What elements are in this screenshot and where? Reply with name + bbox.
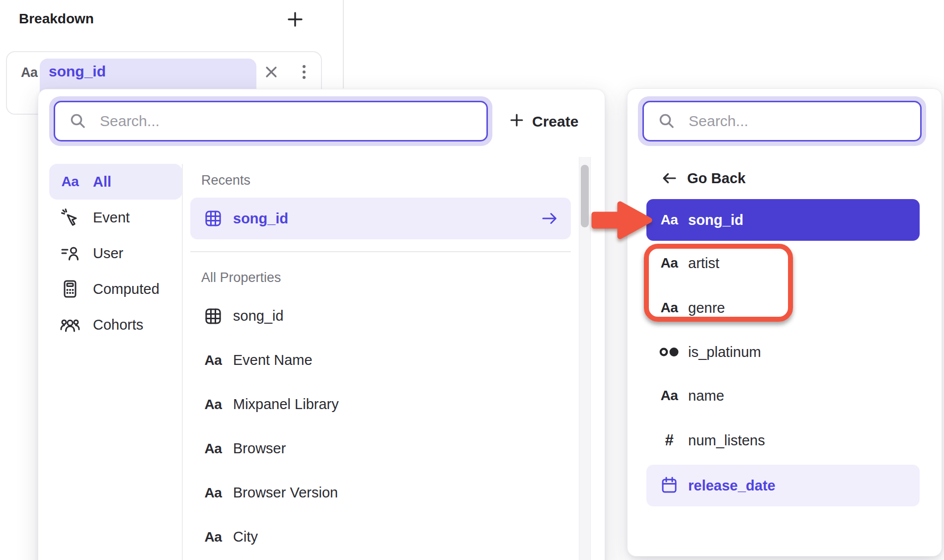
panel-divider	[343, 0, 344, 88]
arrow-left-icon	[658, 169, 680, 187]
search-icon	[656, 112, 678, 130]
right-search-input[interactable]	[688, 112, 908, 130]
aa-icon: Aa	[658, 300, 680, 316]
item-label: City	[233, 529, 258, 545]
value-item-artist[interactable]: Aaartist	[646, 249, 920, 277]
item-label: genre	[688, 300, 725, 316]
item-label: Cohorts	[93, 317, 144, 333]
plus-icon	[509, 113, 524, 131]
item-label: song_id	[688, 212, 743, 228]
go-back-button[interactable]: Go Back	[646, 164, 758, 192]
aa-icon: Aa	[202, 397, 224, 413]
property-detail-panel: Go Back Aasong_idAaartistAagenreis_plati…	[627, 88, 942, 557]
item-label: Computed	[93, 281, 159, 297]
tab-all[interactable]: AaAll	[49, 164, 182, 200]
create-property-button[interactable]: Create	[509, 110, 578, 133]
breakdown-options-button[interactable]	[294, 62, 314, 84]
item-label: All	[93, 174, 111, 190]
close-icon	[263, 64, 280, 82]
item-label: artist	[688, 255, 719, 272]
value-item-name[interactable]: Aaname	[646, 382, 920, 410]
property-picker-panel: Create AaAllEventUserComputedCohorts Rec…	[38, 89, 605, 560]
item-label: Browser	[233, 440, 286, 457]
value-item-num_listens[interactable]: #num_listens	[646, 426, 920, 454]
aa-icon: Aa	[202, 352, 224, 368]
item-label: release_date	[688, 478, 776, 494]
string-type-icon: Aa	[21, 65, 38, 80]
tab-event[interactable]: Event	[49, 200, 182, 235]
user-icon	[59, 243, 81, 263]
number-icon: #	[658, 431, 680, 449]
value-item-release_date[interactable]: release_date	[646, 465, 920, 506]
right-search-wrapper	[638, 96, 926, 146]
scrollbar-thumb[interactable]	[581, 165, 589, 227]
aa-icon: Aa	[59, 174, 81, 190]
value-item-song_id[interactable]: Aasong_id	[646, 199, 920, 241]
category-tabs: AaAllEventUserComputedCohorts	[49, 164, 182, 343]
item-label: is_platinum	[688, 344, 761, 360]
property-item-city[interactable]: AaCity	[190, 515, 571, 559]
aa-icon: Aa	[658, 388, 680, 404]
event-icon	[59, 208, 81, 227]
property-item-mixpanel-library[interactable]: AaMixpanel Library	[190, 382, 571, 426]
calendar-icon	[658, 476, 680, 495]
breakdown-title: Breakdown	[19, 11, 94, 27]
left-search-input[interactable]	[99, 112, 474, 130]
item-label: User	[93, 245, 123, 262]
remove-breakdown-button[interactable]	[259, 61, 283, 84]
item-label: Mixpanel Library	[233, 396, 339, 413]
property-item-browser-version[interactable]: AaBrowser Version	[190, 471, 571, 515]
screenshot-stage: Breakdown Aa song_id	[0, 0, 944, 560]
plus-icon	[286, 10, 304, 30]
aa-icon: Aa	[202, 441, 224, 457]
add-breakdown-button[interactable]	[284, 9, 306, 31]
property-item-browser[interactable]: AaBrowser	[190, 426, 571, 471]
cohorts-icon	[59, 315, 81, 335]
grid-icon	[202, 209, 224, 228]
recents-heading: Recents	[201, 173, 250, 188]
vertical-scrollbar[interactable]	[579, 157, 591, 560]
tab-user[interactable]: User	[49, 235, 182, 271]
kebab-menu-icon	[296, 63, 313, 84]
item-label: Browser Version	[233, 485, 338, 501]
item-label: song_id	[233, 308, 284, 324]
arrow-right-icon[interactable]	[540, 209, 559, 228]
tab-cohorts[interactable]: Cohorts	[49, 307, 182, 343]
go-back-label: Go Back	[687, 170, 746, 187]
aa-icon: Aa	[658, 212, 680, 228]
item-label: Event	[93, 210, 130, 226]
value-item-genre[interactable]: Aagenre	[646, 294, 920, 322]
section-divider	[190, 251, 571, 252]
rail-divider	[182, 164, 183, 560]
property-item-event-name[interactable]: AaEvent Name	[190, 338, 571, 382]
computed-icon	[59, 279, 81, 299]
search-icon	[67, 112, 89, 130]
create-label: Create	[532, 113, 578, 130]
recents-list: song_id	[190, 198, 571, 239]
item-label: name	[688, 388, 724, 404]
all-properties-heading: All Properties	[201, 270, 281, 285]
item-label: Event Name	[233, 352, 313, 368]
property-item-song_id[interactable]: song_id	[190, 294, 571, 338]
aa-icon: Aa	[202, 529, 224, 545]
value-item-is_platinum[interactable]: is_platinum	[646, 338, 920, 366]
item-label: num_listens	[688, 432, 765, 449]
aa-icon: Aa	[658, 255, 680, 271]
item-label: song_id	[233, 210, 288, 227]
boolean-icon	[658, 342, 680, 362]
aa-icon: Aa	[202, 485, 224, 501]
grid-icon	[202, 306, 224, 326]
tab-computed[interactable]: Computed	[49, 271, 182, 307]
left-search-wrapper	[49, 96, 492, 146]
recent-item-song_id[interactable]: song_id	[190, 198, 571, 239]
all-properties-list: song_idAaEvent NameAaMixpanel LibraryAaB…	[190, 294, 571, 559]
